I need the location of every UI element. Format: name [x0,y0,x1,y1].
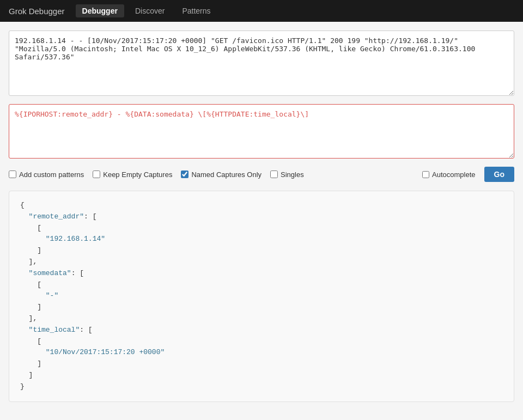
named-captures-only-checkbox[interactable] [181,171,188,178]
brand: Grok Debugger [9,7,65,16]
nav-debugger[interactable]: Debugger [76,4,124,17]
result-line: "-" [20,290,503,302]
nav-patterns[interactable]: Patterns [175,4,217,17]
result-line: [ [20,223,503,234]
result-line: { [20,200,503,211]
go-button[interactable]: Go [484,167,514,182]
autocomplete-checkbox[interactable] [422,171,429,178]
pattern-input[interactable] [9,104,514,159]
add-custom-patterns-label: Add custom patterns [19,171,84,179]
result-line: ] [20,358,503,370]
result-line: [ [20,336,503,348]
main-content: Add custom patterns Keep Empty Captures … [0,22,523,411]
keep-empty-captures-checkbox[interactable] [93,171,100,178]
result-line: ] [20,302,503,313]
keep-empty-captures-label: Keep Empty Captures [103,171,172,179]
option-add-custom-patterns[interactable]: Add custom patterns [9,171,84,179]
result-line: "time_local": [ [20,325,503,336]
result-line: "remote_addr": [ [20,211,503,223]
singles-checkbox[interactable] [270,171,278,178]
nav-discover[interactable]: Discover [129,4,171,17]
option-keep-empty-captures[interactable]: Keep Empty Captures [93,171,172,179]
result-line: ], [20,257,503,268]
named-captures-only-label: Named Captures Only [191,171,262,179]
options-row: Add custom patterns Keep Empty Captures … [9,167,514,182]
add-custom-patterns-checkbox[interactable] [9,171,16,178]
result-line: ] [20,245,503,257]
option-autocomplete[interactable]: Autocomplete [422,171,476,179]
result-line: } [20,381,503,393]
result-line: "192.168.1.14" [20,234,503,245]
result-line: "somedata": [ [20,268,503,279]
log-input[interactable] [9,31,514,96]
autocomplete-label: Autocomplete [432,171,476,179]
result-line: [ [20,279,503,291]
result-panel: { "remote_addr": [ [ "192.168.1.14" ] ],… [9,191,514,402]
result-line: ] [20,370,503,381]
singles-label: Singles [281,171,304,179]
navbar: Grok Debugger Debugger Discover Patterns [0,0,523,22]
result-line: "10/Nov/2017:15:17:20 +0000" [20,347,503,358]
option-named-captures-only[interactable]: Named Captures Only [181,171,262,179]
option-singles[interactable]: Singles [270,171,304,179]
result-line: ], [20,313,503,325]
